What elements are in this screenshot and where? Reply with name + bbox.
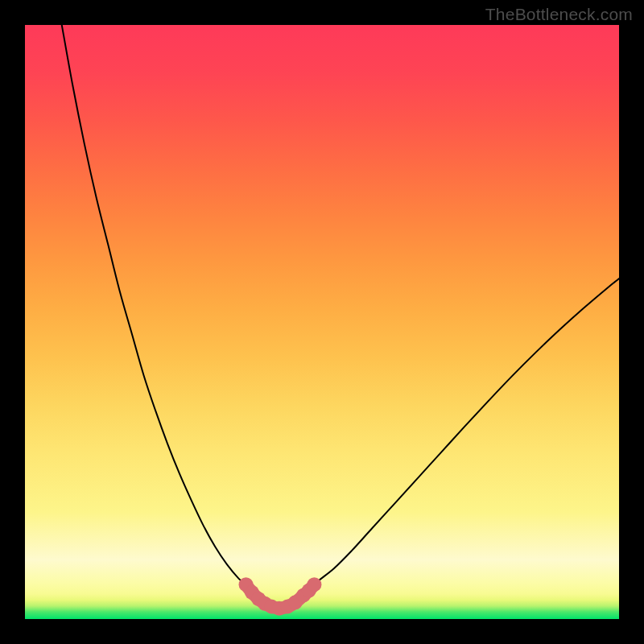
watermark-text: TheBottleneck.com: [485, 5, 633, 24]
plot-area: [25, 25, 619, 619]
highlight-marker: [307, 577, 321, 592]
chart-frame: TheBottleneck.com: [0, 0, 644, 644]
bottleneck-curve: [62, 25, 619, 609]
curve-layer: [25, 25, 619, 619]
